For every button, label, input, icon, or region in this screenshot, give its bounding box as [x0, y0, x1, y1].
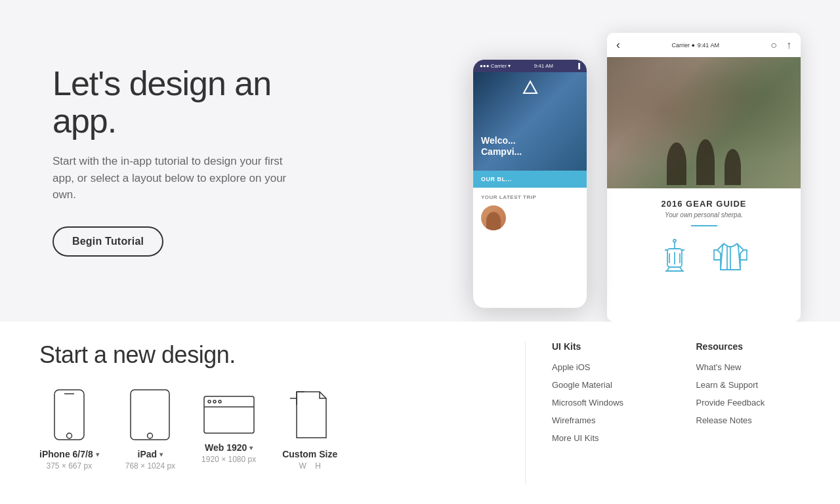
link-provide-feedback[interactable]: Provide Feedback: [696, 398, 801, 408]
svg-point-20: [208, 400, 211, 403]
silhouette-1: [667, 142, 686, 185]
link-learn-support[interactable]: Learn & Support: [696, 380, 801, 390]
svg-rect-19: [204, 396, 254, 433]
svg-rect-17: [131, 390, 169, 440]
link-apple-ios[interactable]: Apple iOS: [552, 362, 657, 372]
ipad-chevron-icon: ▾: [159, 451, 163, 458]
avatar-figure: [486, 212, 501, 230]
carrier-text: Carrier ●: [671, 42, 694, 49]
custom-svg: [287, 388, 333, 441]
svg-point-2: [673, 240, 676, 242]
device-options: iPhone 6/7/8 ▾ 375 × 667 px iPad ▾ 768: [39, 388, 499, 471]
blog-label: OUR BL...: [481, 176, 512, 182]
svg-marker-13: [524, 81, 537, 93]
time-text: 9:41 AM: [698, 42, 719, 49]
welcome-line2: Campvi...: [481, 146, 522, 157]
trip-section: YOUR LATEST TRIP: [473, 188, 587, 237]
link-microsoft-windows[interactable]: Microsoft Windows: [552, 398, 657, 408]
gear-title: 2016 GEAR GUIDE: [619, 199, 789, 209]
bottom-section: Start a new design. iPhone 6/7/8 ▾ 375 ×…: [0, 322, 840, 504]
nav-icons: ○ ↑: [770, 39, 791, 51]
lantern-icon: [658, 237, 691, 276]
svg-point-18: [148, 433, 153, 438]
front-carrier: ●●● Carrier ▾: [480, 63, 511, 69]
mockup-back-phone: ‹ Carrier ● 9:41 AM ○ ↑ 2016 GEAR G: [607, 33, 801, 322]
svg-point-16: [66, 433, 72, 438]
welcome-line1: Welco...: [481, 135, 516, 146]
iphone-chevron-icon: ▾: [96, 451, 99, 458]
custom-w-label: W: [299, 461, 306, 471]
device-option-ipad[interactable]: iPad ▾ 768 × 1024 px: [125, 388, 175, 471]
hero-content: Let's design an app. Start with the in-a…: [52, 65, 328, 257]
design-section: Start a new design. iPhone 6/7/8 ▾ 375 ×…: [39, 341, 525, 484]
custom-label: Custom Size: [282, 449, 337, 459]
hero-section: Let's design an app. Start with the in-a…: [0, 0, 840, 322]
link-whats-new[interactable]: What's New: [696, 362, 801, 372]
gear-divider: [691, 225, 717, 226]
silhouette-3: [724, 149, 741, 185]
front-app-header: Welco... Campvi...: [473, 72, 587, 171]
front-welcome-text: Welco... Campvi...: [481, 135, 522, 158]
hero-subtitle: Start with the in-app tutorial to design…: [52, 153, 302, 203]
resources-column: Resources What's New Learn & Support Pro…: [696, 341, 801, 484]
iphone-label-text: iPhone 6/7/8: [39, 449, 93, 459]
trip-label: YOUR LATEST TRIP: [481, 194, 579, 200]
silhouette-2: [696, 139, 715, 185]
section-title: Start a new design.: [39, 341, 499, 369]
ui-kits-title: UI Kits: [552, 341, 657, 352]
web-icon: [203, 388, 255, 434]
link-google-material[interactable]: Google Material: [552, 380, 657, 390]
custom-wh: W H: [299, 461, 321, 471]
front-time: 9:41 AM: [534, 63, 553, 69]
svg-rect-14: [54, 390, 84, 440]
links-section: UI Kits Apple iOS Google Material Micros…: [525, 341, 801, 484]
ipad-icon: [129, 388, 171, 441]
trip-avatar: [481, 205, 506, 230]
device-option-iphone[interactable]: iPhone 6/7/8 ▾ 375 × 667 px: [39, 388, 99, 471]
iphone-icon: [51, 388, 87, 441]
front-battery: ▐: [576, 63, 580, 69]
gear-subtitle: Your own personal sherpa.: [619, 211, 789, 219]
status-bar: Carrier ● 9:41 AM: [671, 42, 719, 49]
web-size: 1920 × 1080 px: [201, 455, 256, 464]
share-icon: ↑: [786, 39, 791, 51]
hero-title: Let's design an app.: [52, 65, 328, 140]
ipad-size: 768 × 1024 px: [125, 461, 175, 471]
svg-point-21: [213, 400, 216, 403]
link-wireframes[interactable]: Wireframes: [552, 415, 657, 425]
device-option-web[interactable]: Web 1920 ▾ 1920 × 1080 px: [201, 388, 256, 464]
triangle-logo: [522, 80, 538, 96]
iphone-label: iPhone 6/7/8 ▾: [39, 449, 99, 459]
search-icon: ○: [770, 39, 777, 51]
blog-bar: OUR BL...: [473, 171, 587, 188]
ipad-label: iPad ▾: [138, 449, 163, 459]
ipad-label-text: iPad: [138, 449, 158, 459]
ipad-svg: [129, 388, 171, 441]
jacket-icon: [711, 237, 750, 276]
back-arrow-icon: ‹: [616, 38, 620, 52]
link-release-notes[interactable]: Release Notes: [696, 415, 801, 425]
resources-title: Resources: [696, 341, 801, 352]
link-more-ui-kits[interactable]: More UI Kits: [552, 433, 657, 443]
silhouettes: [607, 136, 801, 188]
custom-h-label: H: [315, 461, 321, 471]
custom-label-text: Custom Size: [282, 449, 337, 459]
web-chevron-icon: ▾: [249, 444, 253, 452]
gear-icons-row: [619, 237, 789, 276]
hero-image: [607, 57, 801, 188]
mockup-front-phone: ●●● Carrier ▾ 9:41 AM ▐ Welco... Campvi.…: [472, 59, 587, 308]
hero-mockups: ‹ Carrier ● 9:41 AM ○ ↑ 2016 GEAR G: [472, 20, 801, 322]
web-svg: [203, 388, 255, 434]
iphone-size: 375 × 667 px: [46, 461, 92, 471]
front-status-bar: ●●● Carrier ▾ 9:41 AM ▐: [473, 60, 587, 72]
ui-kits-column: UI Kits Apple iOS Google Material Micros…: [552, 341, 657, 484]
app-logo-icon: [522, 80, 538, 96]
jacket-icon-item: [711, 237, 750, 276]
iphone-svg: [51, 388, 87, 441]
gear-guide-content: 2016 GEAR GUIDE Your own personal sherpa…: [607, 188, 801, 287]
web-label: Web 1920 ▾: [205, 442, 253, 453]
back-nav: ‹ Carrier ● 9:41 AM ○ ↑: [607, 33, 801, 57]
begin-tutorial-button[interactable]: Begin Tutorial: [52, 226, 163, 257]
custom-size-icon: [287, 388, 333, 441]
device-option-custom[interactable]: Custom Size W H: [282, 388, 337, 471]
